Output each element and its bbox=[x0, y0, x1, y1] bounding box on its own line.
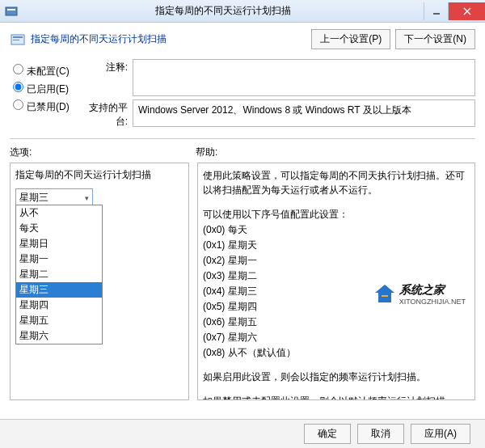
help-enabled-text: 如果启用此设置，则会以指定的频率运行计划扫描。 bbox=[203, 370, 470, 384]
platform-label: 支持的平台: bbox=[79, 99, 133, 129]
radio-unconfigured[interactable]: 未配置(C) bbox=[13, 64, 76, 78]
titlebar: 指定每周的不同天运行计划扫描 bbox=[0, 0, 485, 23]
help-code-line: (0x7) 星期六 bbox=[203, 330, 470, 344]
comment-textarea[interactable] bbox=[133, 59, 475, 96]
svg-rect-6 bbox=[13, 36, 23, 38]
cancel-button[interactable]: 取消 bbox=[357, 424, 404, 444]
options-panel: 指定每周的不同天运行计划扫描 星期三 ▾ 从不每天星期日星期一星期二星期三星期四… bbox=[10, 163, 189, 400]
help-disabled-text: 如果禁用或未配置此设置，则会以默认频率运行计划扫描。 bbox=[203, 394, 470, 400]
dropdown-item[interactable]: 星期日 bbox=[16, 236, 102, 251]
help-code-line: (0x2) 星期一 bbox=[203, 253, 470, 268]
prev-setting-button[interactable]: 上一个设置(P) bbox=[311, 29, 390, 49]
dropdown-item[interactable]: 星期四 bbox=[16, 298, 102, 313]
help-codes-intro: 可以使用以下序号值配置此设置： bbox=[203, 207, 470, 222]
close-button[interactable] bbox=[448, 2, 485, 20]
day-select-value: 星期三 bbox=[19, 191, 48, 205]
app-icon bbox=[5, 5, 18, 18]
radio-disabled[interactable]: 已禁用(D) bbox=[13, 99, 76, 114]
dropdown-item[interactable]: 每天 bbox=[16, 221, 102, 236]
help-code-line: (0x8) 从不（默认值） bbox=[203, 345, 470, 360]
next-setting-button[interactable]: 下一个设置(N) bbox=[395, 29, 475, 49]
footer: 确定 取消 应用(A) bbox=[0, 419, 485, 448]
radio-enabled[interactable]: 已启用(E) bbox=[13, 82, 76, 96]
help-code-line: (0x0) 每天 bbox=[203, 222, 470, 237]
help-intro: 使用此策略设置，可以指定每周的不同天执行计划扫描。还可以将扫描配置为每天运行或者… bbox=[203, 168, 470, 197]
dropdown-item[interactable]: 星期二 bbox=[16, 267, 102, 282]
help-panel: 使用此策略设置，可以指定每周的不同天执行计划扫描。还可以将扫描配置为每天运行或者… bbox=[197, 163, 475, 400]
separator bbox=[10, 138, 475, 139]
state-radio-group: 未配置(C) 已启用(E) 已禁用(D) bbox=[13, 64, 76, 114]
policy-icon bbox=[10, 32, 26, 48]
platform-text: Windows Server 2012、Windows 8 或 Windows … bbox=[133, 99, 475, 127]
dropdown-item[interactable]: 星期三 bbox=[16, 282, 102, 298]
help-code-line: (0x6) 星期五 bbox=[203, 315, 470, 329]
help-code-line: (0x1) 星期天 bbox=[203, 238, 470, 252]
ok-button[interactable]: 确定 bbox=[304, 424, 351, 444]
dropdown-item[interactable]: 星期五 bbox=[16, 313, 102, 328]
day-dropdown: 从不每天星期日星期一星期二星期三星期四星期五星期六 bbox=[15, 205, 103, 344]
help-code-line: (0x4) 星期三 bbox=[203, 284, 470, 298]
svg-rect-0 bbox=[6, 7, 17, 15]
help-code-line: (0x3) 星期二 bbox=[203, 268, 470, 283]
dropdown-item[interactable]: 星期六 bbox=[16, 328, 102, 344]
option-title: 指定每周的不同天运行计划扫描 bbox=[15, 168, 183, 182]
comment-label: 注释: bbox=[79, 59, 133, 96]
svg-rect-1 bbox=[7, 9, 15, 11]
header-text: 指定每周的不同天运行计划扫描 bbox=[31, 32, 311, 46]
minimize-button[interactable] bbox=[424, 2, 448, 20]
chevron-down-icon: ▾ bbox=[85, 194, 89, 202]
dropdown-item[interactable]: 从不 bbox=[16, 205, 102, 221]
window-title: 指定每周的不同天运行计划扫描 bbox=[23, 4, 424, 18]
help-codes: (0x0) 每天(0x1) 星期天(0x2) 星期一(0x3) 星期二(0x4)… bbox=[203, 222, 470, 360]
help-label: 帮助: bbox=[196, 146, 475, 159]
options-label: 选项: bbox=[10, 146, 196, 159]
svg-rect-7 bbox=[13, 40, 19, 40]
help-code-line: (0x5) 星期四 bbox=[203, 299, 470, 314]
dropdown-item[interactable]: 星期一 bbox=[16, 251, 102, 267]
apply-button[interactable]: 应用(A) bbox=[411, 424, 470, 444]
